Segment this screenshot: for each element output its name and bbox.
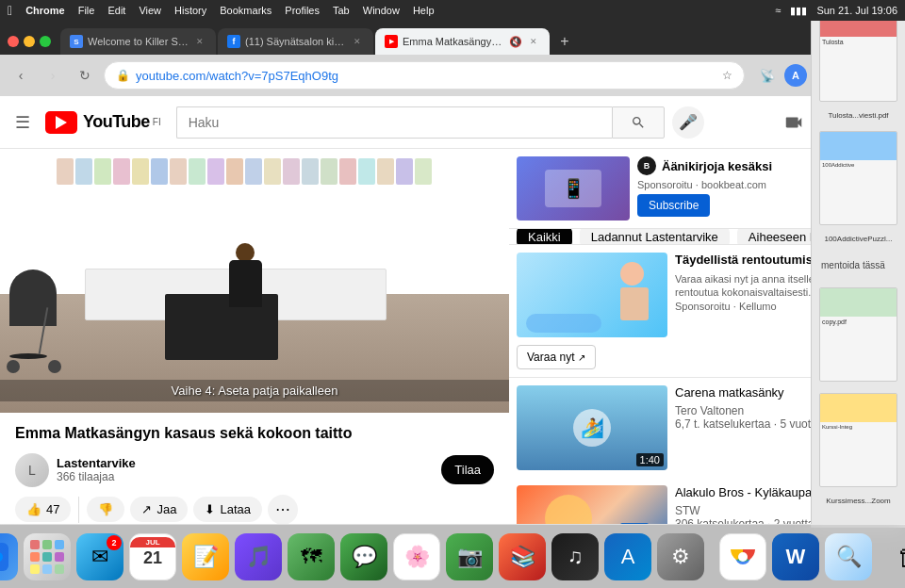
- dislike-button[interactable]: 👎: [87, 497, 124, 522]
- dock-launchpad[interactable]: [24, 533, 71, 580]
- tab-1-close[interactable]: ✕: [193, 35, 206, 48]
- tab-2-close[interactable]: ✕: [351, 35, 364, 48]
- video-thumb-2: 3:52: [517, 485, 667, 524]
- ad-avatar: B: [637, 156, 656, 175]
- dock-facetime[interactable]: 📷: [446, 533, 493, 580]
- thumbs-up-icon: 👍: [26, 502, 41, 516]
- zoom-label: Kurssimess...Zoom: [819, 497, 897, 505]
- tab-3[interactable]: ▶ Emma Matkasängyn kas... 🔇 ✕: [375, 28, 550, 55]
- subscribe-button[interactable]: Tilaa: [441, 455, 494, 484]
- person: [226, 243, 264, 328]
- dock-chrome[interactable]: [719, 533, 766, 580]
- filter-all[interactable]: Kaikki: [517, 229, 572, 245]
- video-duration-1: 1:40: [636, 453, 664, 466]
- search-button[interactable]: [612, 106, 665, 139]
- dock-books[interactable]: 📚: [499, 533, 546, 580]
- minimize-window[interactable]: [24, 36, 35, 47]
- search-bar: 🎤: [176, 106, 704, 139]
- video-player[interactable]: Vaihe 4: Aseta patja paikalleen: [0, 149, 509, 413]
- view-menu[interactable]: View: [139, 5, 161, 16]
- action-separator: [78, 497, 79, 523]
- upload-video-button[interactable]: [777, 106, 811, 139]
- right-panel: Tulosta Tulosta...viesti.pdf 100Addictiv…: [811, 0, 905, 528]
- wifi-icon: ≈: [775, 5, 781, 16]
- sponsor-thumb: [517, 253, 667, 337]
- dock-word[interactable]: W: [772, 533, 819, 580]
- doc-1-label: Tulosta...viesti.pdf: [819, 111, 897, 120]
- file-menu[interactable]: File: [78, 5, 95, 16]
- clock: Sun 21. Jul 19:06: [816, 5, 897, 16]
- dock-preview[interactable]: 🔍: [825, 533, 872, 580]
- window-menu[interactable]: Window: [363, 5, 400, 16]
- tab-3-close[interactable]: ✕: [527, 35, 540, 48]
- dock-settings[interactable]: ⚙: [657, 533, 704, 580]
- like-button[interactable]: 👍 47: [15, 497, 71, 522]
- action-row: 👍 47 👎 ↗ Jaa ⬇ Lataa: [15, 495, 494, 524]
- dock-reminders[interactable]: 🎵: [235, 533, 282, 580]
- new-tab-button[interactable]: +: [551, 28, 578, 55]
- back-button[interactable]: ‹: [8, 62, 34, 89]
- history-menu[interactable]: History: [174, 5, 206, 16]
- main-content: Vaihe 4: Aseta patja paikalleen Emma Mat…: [0, 149, 509, 524]
- bookmarks-menu[interactable]: Bookmarks: [220, 5, 272, 16]
- svg-point-5: [738, 552, 748, 562]
- youtube-logo-icon: [45, 111, 77, 134]
- channel-avatar: L: [15, 453, 49, 487]
- ad-thumbnail: 📱: [517, 156, 630, 220]
- forward-button[interactable]: ›: [40, 62, 66, 89]
- apple-menu[interactable]: : [8, 3, 12, 18]
- reload-button[interactable]: ↻: [72, 62, 98, 89]
- video-thumb-1: 🏄 1:40: [517, 385, 667, 470]
- download-button[interactable]: ⬇ Lataa: [193, 497, 262, 522]
- fullscreen-window[interactable]: [40, 36, 51, 47]
- mic-button[interactable]: 🎤: [672, 106, 704, 139]
- wall-products: [57, 158, 490, 277]
- dock-mail[interactable]: ✉ 2: [76, 533, 123, 580]
- video-meta-row: L Lastentarvike 366 tilaajaa Tilaa: [15, 453, 494, 487]
- dock-maps[interactable]: 🗺: [288, 533, 335, 580]
- close-window[interactable]: [8, 36, 19, 47]
- tab-menu[interactable]: Tab: [333, 5, 350, 16]
- comment-area: mentoida tässä: [819, 258, 897, 272]
- tab-1[interactable]: S Welcome to Killer Sudoku On... ✕: [60, 28, 216, 55]
- dock-calendar[interactable]: JUL 21: [129, 533, 176, 580]
- dock-finder[interactable]: [0, 533, 18, 580]
- channel-name[interactable]: Lastentarvike: [57, 456, 434, 470]
- doc-2[interactable]: 100Addictive: [819, 131, 897, 225]
- dock-music[interactable]: ♫: [551, 533, 599, 580]
- channel-info: Lastentarvike 366 tilaajaa: [57, 456, 434, 483]
- dock-trash[interactable]: 🗑: [887, 533, 905, 580]
- channel-subs: 366 tilaajaa: [57, 470, 434, 483]
- edit-menu[interactable]: Edit: [107, 5, 125, 16]
- profiles-menu[interactable]: Profiles: [285, 5, 320, 16]
- dock-appstore[interactable]: A: [604, 533, 651, 580]
- hamburger-menu[interactable]: ☰: [15, 112, 30, 133]
- cast-icon[interactable]: 📡: [754, 62, 781, 89]
- more-actions-button[interactable]: ⋯: [268, 495, 298, 524]
- ad-subscribe-button[interactable]: Subscribe: [637, 194, 710, 217]
- tab-2[interactable]: f (11) Säynätsalon kirpputori |... ✕: [218, 28, 373, 55]
- dock-photos[interactable]: 🌸: [393, 533, 440, 580]
- external-link-icon: ↗: [578, 352, 585, 363]
- search-input[interactable]: [176, 106, 612, 139]
- dock-messages[interactable]: 💬: [340, 533, 387, 580]
- doc-4[interactable]: Kurssi-Integ: [819, 393, 897, 487]
- share-icon: ↗: [141, 502, 152, 516]
- dock-notes[interactable]: 📝: [182, 533, 229, 580]
- video-frame: [0, 149, 509, 413]
- youtube-logo[interactable]: YouTube FI: [45, 111, 161, 134]
- profile-icon[interactable]: A: [784, 64, 807, 87]
- filter-channel[interactable]: Ladannut Lastentarvike: [580, 229, 730, 245]
- share-button[interactable]: ↗ Jaa: [130, 497, 188, 522]
- mail-badge: 2: [107, 535, 122, 550]
- ad-title: Äänikirjoja kesäksi: [662, 159, 772, 173]
- chrome-menu[interactable]: Chrome: [25, 5, 65, 16]
- book-now-button[interactable]: Varaa nyt ↗: [517, 345, 596, 369]
- doc-1[interactable]: Tulosta: [819, 8, 897, 102]
- video-caption: Vaihe 4: Aseta patja paikalleen: [0, 380, 509, 401]
- help-menu[interactable]: Help: [413, 5, 435, 16]
- dock: ✉ 2 JUL 21 📝 🎵 🗺 💬 🌸 📷 📚 ♫ A ⚙: [0, 524, 905, 588]
- doc-3[interactable]: copy.pdf: [819, 287, 897, 382]
- download-icon: ⬇: [205, 502, 215, 516]
- address-bar[interactable]: 🔒 youtube.com/watch?v=7pS7EqhO9tg ☆: [104, 61, 745, 90]
